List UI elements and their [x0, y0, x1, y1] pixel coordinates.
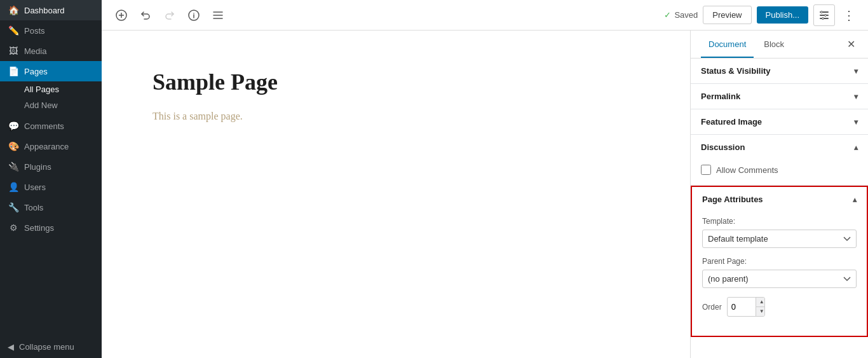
collapse-menu-button[interactable]: ◀ Collapse menu: [0, 336, 102, 358]
allow-comments-label[interactable]: Allow Comments: [716, 165, 778, 175]
editor-body: This is a sample page.: [153, 111, 639, 122]
sidebar-item-all-pages[interactable]: All Pages: [0, 81, 102, 97]
content-area: Sample Page This is a sample page. Docum…: [102, 31, 868, 358]
publish-button[interactable]: Publish...: [757, 6, 808, 24]
sidebar-item-posts[interactable]: ✏️ Posts: [0, 20, 102, 41]
section-featured-image-header[interactable]: Featured Image ▾: [691, 109, 868, 134]
section-status-visibility-header[interactable]: Status & Visibility ▾: [691, 59, 868, 83]
template-group: Template: Default template: [702, 217, 857, 248]
panel-tabs: Document Block ✕: [691, 31, 868, 59]
collapse-arrow-icon: ◀: [8, 342, 14, 352]
sidebar-item-pages[interactable]: 📄 Pages: [0, 61, 102, 81]
section-featured-image: Featured Image ▾: [691, 109, 868, 135]
svg-point-13: [825, 14, 827, 16]
more-options-button[interactable]: ⋮: [840, 5, 858, 25]
section-page-attributes-header[interactable]: Page Attributes ▴: [692, 187, 867, 212]
order-input[interactable]: [728, 299, 756, 315]
main-wrapper: ✓ Saved Preview Publish... ⋮ Sample Page…: [102, 0, 868, 358]
appearance-icon: 🎨: [8, 141, 19, 151]
pages-icon: 📄: [8, 66, 19, 76]
panel-close-button[interactable]: ✕: [844, 36, 858, 53]
sidebar-item-settings[interactable]: ⚙ Settings: [0, 217, 102, 238]
add-block-button[interactable]: [112, 6, 131, 25]
sidebar-item-tools[interactable]: 🔧 Tools: [0, 197, 102, 217]
right-panel: Document Block ✕ Status & Visibility ▾ P…: [690, 31, 868, 358]
list-view-button[interactable]: [208, 7, 227, 24]
comments-icon: 💬: [8, 121, 19, 131]
info-button[interactable]: [184, 6, 203, 25]
sidebar-item-plugins[interactable]: 🔌 Plugins: [0, 156, 102, 177]
order-spin-down-button[interactable]: ▼: [756, 307, 765, 316]
chevron-up-icon-page-attr: ▴: [853, 195, 857, 204]
posts-icon: ✏️: [8, 25, 19, 36]
section-discussion: Discussion ▴ Allow Comments: [691, 135, 868, 186]
order-label: Order: [702, 303, 722, 312]
svg-point-12: [821, 11, 823, 13]
section-discussion-header[interactable]: Discussion ▴: [691, 135, 868, 160]
order-spin-buttons: ▲ ▼: [756, 298, 765, 316]
sidebar-item-comments[interactable]: 💬 Comments: [0, 116, 102, 136]
sidebar-item-appearance[interactable]: 🎨 Appearance: [0, 136, 102, 156]
template-label: Template:: [702, 217, 857, 226]
allow-comments-row: Allow Comments: [691, 160, 868, 185]
plugins-icon: 🔌: [8, 162, 19, 172]
chevron-down-icon-permalink: ▾: [854, 92, 858, 101]
order-input-wrapper: Order ▲ ▼: [702, 297, 857, 317]
tools-icon: 🔧: [8, 202, 19, 212]
section-permalink-header[interactable]: Permalink ▾: [691, 84, 868, 109]
redo-button[interactable]: [160, 6, 179, 25]
svg-point-14: [822, 17, 824, 19]
toolbar: ✓ Saved Preview Publish... ⋮: [102, 0, 868, 31]
saved-status: ✓ Saved: [664, 10, 698, 20]
section-page-attributes: Page Attributes ▴ Template: Default temp…: [691, 186, 868, 337]
section-permalink: Permalink ▾: [691, 84, 868, 109]
chevron-down-icon: ▾: [854, 67, 858, 76]
dashboard-icon: 🏠: [8, 5, 19, 15]
parent-page-select[interactable]: (no parent): [702, 270, 857, 288]
svg-point-5: [193, 13, 194, 14]
sidebar: 🏠 Dashboard ✏️ Posts 🖼 Media 📄 Pages All…: [0, 0, 102, 358]
parent-page-label: Parent Page:: [702, 257, 857, 266]
media-icon: 🖼: [8, 46, 19, 56]
settings-panel-button[interactable]: [813, 4, 835, 26]
page-title: Sample Page: [153, 69, 639, 95]
sidebar-item-users[interactable]: 👤 Users: [0, 177, 102, 197]
sidebar-item-add-new[interactable]: Add New: [0, 97, 102, 113]
order-group: Order ▲ ▼: [702, 297, 857, 317]
preview-button[interactable]: Preview: [703, 6, 751, 24]
sidebar-item-dashboard[interactable]: 🏠 Dashboard: [0, 0, 102, 20]
template-select[interactable]: Default template: [702, 230, 857, 248]
allow-comments-checkbox[interactable]: [701, 165, 711, 175]
order-number-field: ▲ ▼: [727, 297, 765, 317]
undo-button[interactable]: [136, 6, 155, 25]
order-spin-up-button[interactable]: ▲: [756, 298, 765, 307]
users-icon: 👤: [8, 182, 19, 192]
tab-block[interactable]: Block: [756, 31, 792, 58]
chevron-up-icon-discussion: ▴: [854, 143, 858, 152]
settings-icon: ⚙: [8, 223, 19, 233]
tab-document[interactable]: Document: [701, 31, 754, 58]
sidebar-item-media[interactable]: 🖼 Media: [0, 41, 102, 61]
pages-submenu: All Pages Add New: [0, 81, 102, 116]
section-status-visibility: Status & Visibility ▾: [691, 59, 868, 84]
parent-page-group: Parent Page: (no parent): [702, 257, 857, 288]
chevron-down-icon-featured: ▾: [854, 118, 858, 127]
editor[interactable]: Sample Page This is a sample page.: [102, 31, 690, 358]
page-attributes-content: Template: Default template Parent Page: …: [692, 212, 867, 336]
checkmark-icon: ✓: [664, 10, 671, 20]
